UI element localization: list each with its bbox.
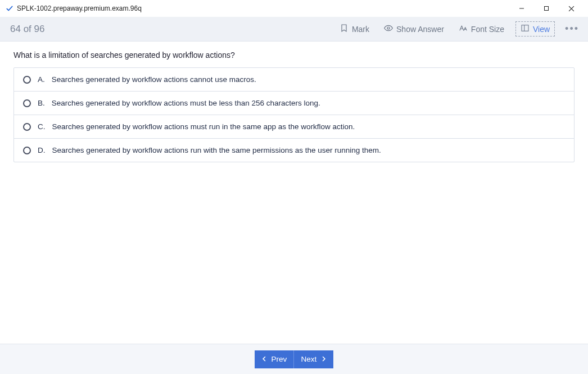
title-bar: SPLK-1002.prepaway.premium.exam.96q (0, 0, 588, 17)
option-c[interactable]: C. Searches generated by workflow action… (14, 115, 574, 139)
question-panel: What is a limitation of searches generat… (0, 42, 588, 344)
maximize-button[interactable] (534, 0, 559, 17)
chevron-right-icon (321, 355, 327, 363)
minimize-button[interactable] (509, 0, 534, 17)
view-label: View (533, 25, 550, 34)
window-title: SPLK-1002.prepaway.premium.exam.96q (17, 4, 142, 12)
font-size-icon (459, 24, 468, 34)
next-button[interactable]: Next (294, 350, 333, 368)
prev-label: Prev (272, 355, 287, 363)
option-letter: A. (38, 75, 45, 84)
mark-label: Mark (352, 25, 369, 34)
view-button[interactable]: View (515, 21, 555, 37)
option-text: Searches generated by workflow actions m… (52, 99, 320, 107)
question-stem: What is a limitation of searches generat… (13, 51, 575, 60)
svg-point-4 (387, 27, 390, 29)
next-label: Next (301, 355, 316, 363)
prev-button[interactable]: Prev (255, 350, 295, 368)
font-size-button[interactable]: Font Size (455, 21, 508, 37)
radio-icon (23, 99, 31, 107)
toolbar: 64 of 96 Mark Show Answer Font Size View… (0, 17, 588, 42)
more-options-button[interactable]: ••• (563, 23, 581, 35)
option-text: Searches generated by workflow actions m… (52, 122, 355, 131)
view-layout-icon (521, 24, 530, 34)
radio-icon (23, 147, 31, 154)
option-letter: B. (38, 99, 45, 107)
progress-indicator: 64 of 96 (10, 24, 44, 35)
show-answer-button[interactable]: Show Answer (381, 21, 447, 37)
svg-rect-5 (522, 25, 528, 31)
option-letter: C. (38, 122, 46, 131)
option-text: Searches generated by workflow actions r… (52, 146, 381, 154)
eye-icon (384, 24, 393, 34)
option-b[interactable]: B. Searches generated by workflow action… (14, 92, 574, 115)
radio-icon (23, 76, 31, 84)
mark-button[interactable]: Mark (336, 21, 373, 37)
svg-rect-1 (545, 7, 549, 11)
options-list: A. Searches generated by workflow action… (13, 67, 575, 162)
nav-footer: Prev Next (0, 344, 588, 374)
option-d[interactable]: D. Searches generated by workflow action… (14, 139, 574, 162)
radio-icon (23, 123, 31, 131)
chevron-left-icon (261, 355, 267, 363)
show-answer-label: Show Answer (396, 25, 444, 34)
close-button[interactable] (559, 0, 584, 17)
option-a[interactable]: A. Searches generated by workflow action… (14, 68, 574, 92)
option-letter: D. (38, 146, 46, 154)
bookmark-icon (340, 24, 349, 34)
option-text: Searches generated by workflow actions c… (52, 75, 256, 84)
app-checkmark-icon (6, 4, 13, 12)
font-size-label: Font Size (471, 25, 504, 34)
